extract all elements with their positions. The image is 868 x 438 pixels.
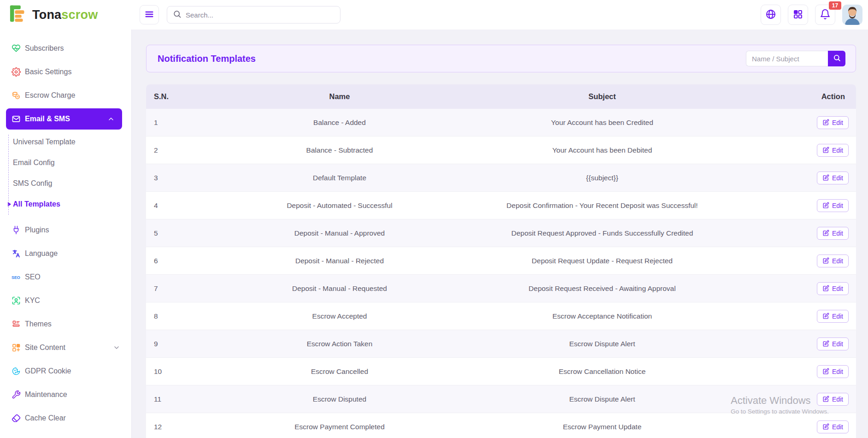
cell-action: Edit <box>736 199 856 212</box>
sidebar-item-label: SEO <box>25 273 41 281</box>
filter-input[interactable] <box>746 51 828 66</box>
edit-pen-icon <box>822 285 829 292</box>
sidebar-item-themes[interactable]: Themes <box>0 314 131 335</box>
edit-button[interactable]: Edit <box>817 144 849 157</box>
table-row: 10Escrow CancelledEscrow Cancellation No… <box>146 358 856 385</box>
user-avatar[interactable] <box>842 5 862 25</box>
cell-sn: 8 <box>146 312 211 320</box>
edit-button-label: Edit <box>832 147 843 154</box>
cell-sn: 1 <box>146 118 211 127</box>
sidebar-item-label: Maintenance <box>25 391 67 399</box>
apps-menu-button[interactable] <box>788 5 808 25</box>
edit-pen-icon <box>822 368 829 375</box>
edit-button-label: Edit <box>832 257 843 265</box>
sidebar-item-maintenance[interactable]: Maintenance <box>0 384 131 405</box>
cell-name: Default Template <box>211 174 469 182</box>
sidebar-item-gdpr-cookie[interactable]: GDPR Cookie <box>0 361 131 382</box>
edit-button[interactable]: Edit <box>817 282 849 295</box>
sidebar-item-label: Basic Settings <box>25 68 71 76</box>
edit-button[interactable]: Edit <box>817 393 849 406</box>
cell-name: Escrow Accepted <box>211 312 469 320</box>
edit-button[interactable]: Edit <box>817 310 849 323</box>
edit-button-label: Edit <box>832 202 843 209</box>
edit-pen-icon <box>822 147 829 154</box>
translate-icon <box>12 249 21 258</box>
sidebar-item-label: Plugins <box>25 226 49 234</box>
cell-subject: Deposit Request Approved - Funds Success… <box>469 229 736 237</box>
global-search-input[interactable] <box>186 11 334 19</box>
cell-action: Edit <box>736 420 856 433</box>
edit-button[interactable]: Edit <box>817 227 849 240</box>
apps-grid-icon <box>792 9 803 21</box>
globe-icon <box>765 9 776 21</box>
sidebar-item-email-sms[interactable]: Email & SMS <box>6 108 122 130</box>
edit-button-label: Edit <box>832 396 843 403</box>
column-header-action: Action <box>736 92 856 101</box>
edit-button[interactable]: Edit <box>817 420 849 433</box>
column-header-name: Name <box>211 92 469 101</box>
cell-name: Escrow Payment Completed <box>211 423 469 431</box>
sidebar-item-cache-clear[interactable]: Cache Clear <box>0 408 131 429</box>
cell-name: Deposit - Manual - Rejected <box>211 257 469 265</box>
edit-button-label: Edit <box>832 423 843 431</box>
eraser-icon <box>12 414 21 423</box>
sidebar-item-basic-settings[interactable]: Basic Settings <box>0 61 131 83</box>
brand-logo-icon <box>9 4 29 25</box>
sidebar-subitem-universal-template[interactable]: Universal Template <box>0 133 131 151</box>
gear-icon <box>12 67 21 77</box>
table-row: 1Balance - AddedYour Account has been Cr… <box>146 109 856 136</box>
edit-button-label: Edit <box>832 340 843 348</box>
sidebar-item-label: Subscribers <box>25 44 64 53</box>
coins-icon <box>12 91 21 100</box>
table-row: 5Deposit - Manual - ApprovedDeposit Requ… <box>146 219 856 247</box>
cell-subject: Your Account has been Credited <box>469 118 736 127</box>
edit-button[interactable]: Edit <box>817 255 849 267</box>
top-bar: Tonascrow <box>0 0 868 30</box>
cell-action: Edit <box>736 393 856 406</box>
column-header-subject: Subject <box>469 92 736 101</box>
edit-pen-icon <box>822 396 829 402</box>
template-filter <box>746 51 845 66</box>
envelope-icon <box>12 114 21 124</box>
edit-button[interactable]: Edit <box>817 172 849 184</box>
sidebar-item-escrow-charge[interactable]: Escrow Charge <box>0 85 131 106</box>
filter-search-button[interactable] <box>828 51 845 66</box>
cell-action: Edit <box>736 282 856 295</box>
edit-button-label: Edit <box>832 230 843 237</box>
edit-button[interactable]: Edit <box>817 337 849 350</box>
sidebar-item-plugins[interactable]: Plugins <box>0 219 131 241</box>
cell-name: Balance - Subtracted <box>211 146 469 154</box>
global-search <box>167 6 340 24</box>
sidebar-toggle-button[interactable] <box>140 5 159 24</box>
sidebar-submenu: Universal TemplateEmail ConfigSMS Config… <box>0 132 131 219</box>
sidebar-subitem-sms-config[interactable]: SMS Config <box>0 174 131 193</box>
sidebar-subitem-email-config[interactable]: Email Config <box>0 154 131 172</box>
cell-subject: Escrow Acceptance Notification <box>469 312 736 320</box>
page-header-card: Notification Templates <box>146 45 856 72</box>
edit-pen-icon <box>822 313 829 320</box>
brand-name: Tonascrow <box>32 8 98 22</box>
language-globe-button[interactable] <box>761 5 781 25</box>
page-title: Notification Templates <box>158 53 256 64</box>
edit-button[interactable]: Edit <box>817 116 849 129</box>
edit-button[interactable]: Edit <box>817 365 849 378</box>
table-row: 11Escrow DisputedEscrow Dispute AlertEdi… <box>146 385 856 413</box>
header-actions: 17 <box>761 5 862 25</box>
brand-logo[interactable]: Tonascrow <box>9 0 98 30</box>
seo-icon: SEO <box>12 272 21 282</box>
cell-name: Escrow Action Taken <box>211 340 469 348</box>
sidebar-item-kyc[interactable]: KYC <box>0 290 131 311</box>
edit-button[interactable]: Edit <box>817 199 849 212</box>
sidebar-subitem-all-templates[interactable]: All Templates <box>0 195 131 213</box>
sidebar-item-site-content[interactable]: Site Content <box>0 337 131 358</box>
sidebar-item-label: Escrow Charge <box>25 91 75 100</box>
sidebar-item-subscribers[interactable]: Subscribers <box>0 38 131 59</box>
table-row: 9Escrow Action TakenEscrow Dispute Alert… <box>146 330 856 358</box>
sidebar-item-language[interactable]: Language <box>0 243 131 264</box>
cell-subject: {{subject}} <box>469 174 736 182</box>
cell-sn: 12 <box>146 423 211 431</box>
sidebar-subitem-label: SMS Config <box>13 179 52 188</box>
search-icon <box>173 10 182 20</box>
wrench-icon <box>12 390 21 399</box>
sidebar-item-seo[interactable]: SEOSEO <box>0 266 131 288</box>
